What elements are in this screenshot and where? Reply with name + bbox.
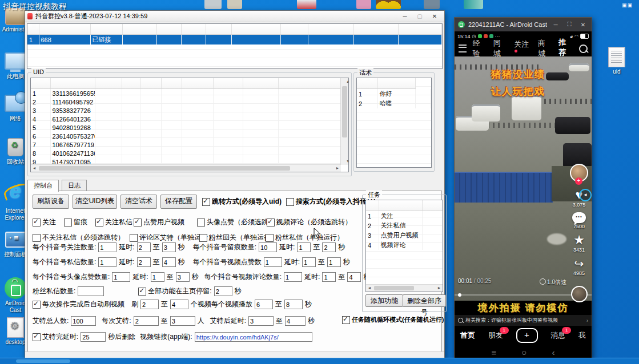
- playback-speed[interactable]: 1.0倍速: [540, 278, 566, 286]
- player-grid-icon[interactable]: ▣▣: [622, 2, 634, 11]
- related-search-bar[interactable]: 相关搜索：诈骗犯嚣张叫板中国警察视频 ›: [455, 315, 592, 326]
- clear-script-button[interactable]: 清空话术: [120, 195, 157, 209]
- comment-icon[interactable]: [572, 212, 586, 223]
- task-row[interactable]: 2关注私信: [366, 221, 443, 230]
- video-comment-delay-to-input[interactable]: [347, 272, 361, 282]
- play-to-input[interactable]: [284, 300, 303, 309]
- checkbox-video-comment[interactable]: 视频评论（必须选跳转）: [267, 217, 352, 227]
- avatar-like-delay-from-input[interactable]: [151, 272, 164, 282]
- airdroid-minimize-button[interactable]: ─: [550, 22, 561, 28]
- checkbox-trace[interactable]: 留痕: [64, 217, 87, 227]
- checkbox-box[interactable]: [202, 198, 210, 206]
- follow-delay-from-input[interactable]: [137, 242, 151, 252]
- uid-horizontal-scrollbar[interactable]: ◄ ►: [31, 164, 341, 172]
- task-row[interactable]: 3点赞用户视频: [366, 230, 443, 240]
- dm-delay-to-input[interactable]: [162, 257, 176, 267]
- nav-experience[interactable]: 经验: [473, 38, 487, 59]
- nav-city[interactable]: 同城: [493, 38, 508, 59]
- main-title-bar[interactable]: 抖音群控v3.8-普通-2023-07-12 14:39:59 ─ ▢ ✕: [25, 11, 444, 22]
- video-link-input[interactable]: [195, 332, 312, 342]
- favorite-icon[interactable]: ★: [568, 234, 590, 246]
- follow-plus-icon[interactable]: +: [575, 177, 582, 185]
- trace-count-input[interactable]: [259, 242, 277, 252]
- checkbox-no-follow-dm[interactable]: 不关注私信（必须选跳转）: [33, 233, 124, 242]
- at-each-from-input[interactable]: [134, 316, 159, 326]
- checkbox-box[interactable]: [286, 198, 294, 206]
- recents-icon[interactable]: ≡: [492, 347, 497, 357]
- uid-row[interactable]: 2111460495792: [31, 98, 341, 106]
- task-row[interactable]: 1关注: [366, 211, 443, 221]
- stay-home-seconds-input[interactable]: [214, 286, 232, 296]
- airdroid-close-button[interactable]: ✕: [578, 22, 588, 28]
- checkbox-auto-swipe[interactable]: 每次操作完成后自动刷视频: [33, 300, 124, 309]
- uid-vertical-scrollbar[interactable]: ▲ ▼: [340, 78, 348, 165]
- video-comment-count-input[interactable]: [284, 272, 302, 282]
- menu-icon[interactable]: [459, 45, 467, 52]
- search-icon[interactable]: [579, 45, 588, 53]
- checkbox-random-loop[interactable]: 任务随机循环模式(任务随机运行): [342, 316, 444, 324]
- avatar-like-delay-to-input[interactable]: [176, 272, 190, 282]
- nav-home[interactable]: 首页: [460, 330, 475, 341]
- delete-all-button[interactable]: 删除全部序号: [403, 294, 446, 307]
- save-config-button[interactable]: 保存配置: [160, 195, 197, 209]
- play-from-input[interactable]: [255, 300, 273, 309]
- uid-row[interactable]: 393538327726: [31, 106, 341, 115]
- minimize-button[interactable]: ─: [397, 11, 412, 22]
- swipe-from-input[interactable]: [140, 300, 159, 309]
- nav-messages[interactable]: 消息1: [550, 330, 565, 341]
- uid-row[interactable]: 594028019268: [31, 123, 341, 132]
- swipe-to-input[interactable]: [170, 300, 188, 309]
- refresh-devices-button[interactable]: 刷新设备: [33, 195, 69, 209]
- maximize-button[interactable]: ▢: [412, 11, 427, 22]
- video-like-delay-from-input[interactable]: [302, 257, 316, 267]
- checkbox-like-video[interactable]: 点赞用户视频: [134, 217, 184, 227]
- uid-row[interactable]: 84010622471136136: [31, 149, 341, 157]
- task-table-header[interactable]: [366, 200, 443, 211]
- nav-friends[interactable]: 朋友1: [488, 330, 503, 341]
- close-button[interactable]: ✕: [427, 11, 442, 22]
- device-row-selected[interactable]: 1 668 已链接: [27, 35, 442, 45]
- taskbar-item[interactable]: [16, 359, 70, 363]
- trace-delay-to-input[interactable]: [322, 242, 336, 252]
- script-table[interactable]: 1你好2哈喽: [356, 78, 432, 168]
- task-table[interactable]: 1关注2关注私信3点赞用户视频4视频评论 ◄ ►: [365, 200, 443, 292]
- fan-dm-count-input[interactable]: [78, 286, 104, 296]
- checkbox-jump-mode[interactable]: 跳转方式(必须导入uid): [202, 197, 282, 207]
- nav-mall[interactable]: 商城: [538, 38, 552, 59]
- back-icon[interactable]: ‹: [552, 347, 554, 357]
- clear-uid-button[interactable]: 清空UID列表: [73, 195, 117, 209]
- uid-row[interactable]: 62361405753270478: [31, 132, 341, 140]
- follow-count-input[interactable]: [98, 242, 116, 252]
- at-each-to-input[interactable]: [170, 316, 195, 326]
- follow-delay-to-input[interactable]: [162, 242, 176, 252]
- dm-delay-from-input[interactable]: [137, 257, 151, 267]
- video-like-count-input[interactable]: [264, 257, 282, 267]
- video-like-delay-to-input[interactable]: [327, 257, 341, 267]
- checkbox-follow-dm[interactable]: 关注私信: [95, 217, 132, 227]
- at-delay-to-input[interactable]: [285, 316, 306, 326]
- create-button[interactable]: +: [516, 328, 538, 343]
- add-function-button[interactable]: 添加功能: [365, 294, 403, 307]
- device-table-header[interactable]: [27, 24, 442, 35]
- script-row[interactable]: 2哈喽: [357, 99, 431, 108]
- script-table-header[interactable]: [357, 78, 431, 89]
- tab-console[interactable]: 控制台: [27, 180, 59, 192]
- checkbox-at-delay[interactable]: 艾特完延时:: [33, 332, 78, 342]
- home-icon[interactable]: ○: [521, 347, 527, 357]
- share-icon[interactable]: ↪: [568, 257, 590, 270]
- uid-row[interactable]: 951479371095: [31, 157, 341, 164]
- at-total-input[interactable]: [71, 316, 96, 326]
- progress-handle[interactable]: [458, 293, 461, 297]
- taskbar[interactable]: [0, 358, 639, 364]
- uid-table-header[interactable]: [31, 78, 341, 89]
- at-delay-from-input[interactable]: [248, 316, 274, 326]
- reaction-avatar[interactable]: [571, 286, 588, 302]
- video-comment-delay-from-input[interactable]: [322, 272, 336, 282]
- at-delete-delay-input[interactable]: [81, 332, 106, 342]
- checkbox-stay-home[interactable]: 全部功能在主页停留:: [138, 286, 211, 296]
- uid-row[interactable]: 7106765797719: [31, 140, 341, 149]
- avatar-like-count-input[interactable]: [112, 272, 130, 282]
- airdroid-title-bar[interactable]: 22041211AC - AirDroid Cast ─ ⛶ ✕: [455, 18, 592, 31]
- script-row[interactable]: 1你好: [357, 89, 431, 99]
- uid-row[interactable]: 461266401236: [31, 115, 341, 123]
